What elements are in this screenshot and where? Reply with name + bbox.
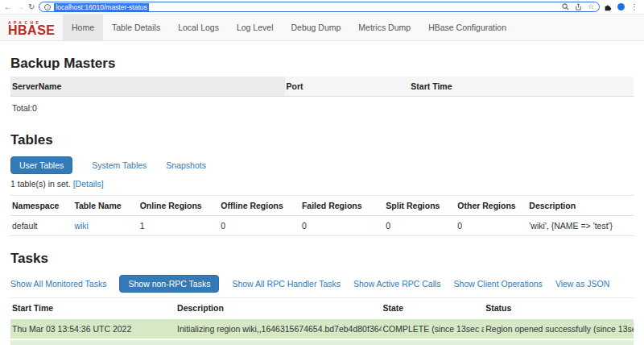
task-description: Initializing region wiki,,1646315674654.… bbox=[175, 318, 381, 339]
navbar-links: Home Table Details Local Logs Log Level … bbox=[63, 15, 515, 40]
user-tables-table: Namespace Table Name Online Regions Offl… bbox=[10, 195, 634, 236]
ut-cell-offline-regions: 0 bbox=[219, 216, 300, 236]
nav-item-home[interactable]: Home bbox=[63, 15, 103, 40]
tables-tabs: User Tables System Tables Snapshots bbox=[10, 156, 634, 174]
tasks-col-description[interactable]: Description bbox=[175, 298, 381, 319]
search-icon[interactable] bbox=[562, 3, 569, 10]
tab-view-as-json[interactable]: View as JSON bbox=[555, 279, 610, 289]
bookmark-star-icon[interactable]: ☆ bbox=[588, 3, 594, 10]
task-state: COMPLETE (since 14sec ago) bbox=[382, 339, 485, 345]
tab-show-non-rpc-tasks[interactable]: Show non-RPC Tasks bbox=[119, 275, 219, 293]
hbase-navbar: APACHE HBASE Home Table Details Local Lo… bbox=[0, 15, 644, 41]
tasks-title: Tasks bbox=[10, 251, 634, 267]
bm-col-port[interactable]: Port bbox=[285, 77, 410, 97]
nav-item-metrics-dump[interactable]: Metrics Dump bbox=[349, 15, 419, 40]
browser-forward-icon[interactable]: → bbox=[16, 3, 24, 11]
tables-title: Tables bbox=[10, 132, 634, 148]
site-info-icon[interactable]: i bbox=[44, 4, 51, 10]
nav-item-debug-dump[interactable]: Debug Dump bbox=[282, 15, 349, 40]
ut-col-namespace[interactable]: Namespace bbox=[10, 196, 72, 216]
nav-item-table-details[interactable]: Table Details bbox=[103, 15, 169, 40]
tasks-tabs: Show All Monitored Tasks Show non-RPC Ta… bbox=[10, 275, 634, 293]
tasks-col-state[interactable]: State bbox=[382, 298, 485, 319]
ut-col-other-regions[interactable]: Other Regions bbox=[456, 196, 527, 216]
ut-col-split-regions[interactable]: Split Regions bbox=[384, 196, 456, 216]
tab-system-tables[interactable]: System Tables bbox=[92, 160, 147, 170]
browser-chrome: ← → ↻ i localhost:16010/master-status ☆ … bbox=[0, 0, 644, 15]
browser-menu-icon[interactable]: ⋮ bbox=[630, 3, 638, 11]
address-bar[interactable]: i localhost:16010/master-status ☆ bbox=[39, 2, 600, 12]
task-row: Thu Mar 03 13:54:36 UTC 2022 Closing reg… bbox=[10, 339, 634, 345]
task-start-time: Thu Mar 03 13:54:36 UTC 2022 bbox=[10, 339, 175, 345]
tasks-table: Start Time Description State Status Thu … bbox=[10, 297, 634, 345]
ut-cell-online-regions: 1 bbox=[138, 216, 220, 236]
tab-show-client-operations[interactable]: Show Client Operations bbox=[454, 279, 543, 289]
tasks-col-status[interactable]: Status bbox=[484, 298, 634, 319]
task-row: Thu Mar 03 13:54:36 UTC 2022 Initializin… bbox=[10, 318, 634, 339]
ut-cell-description: 'wiki', {NAME => 'test'} bbox=[527, 216, 634, 236]
tables-summary: 1 table(s) in set. [Details] bbox=[10, 179, 634, 189]
task-status: Region opened successfully (since 13sec … bbox=[484, 318, 634, 339]
ut-cell-split-regions: 0 bbox=[384, 216, 456, 236]
ut-col-table-name[interactable]: Table Name bbox=[72, 196, 138, 216]
extensions-puzzle-icon[interactable] bbox=[604, 3, 612, 11]
ut-cell-failed-regions: 0 bbox=[300, 216, 384, 236]
hbase-logo[interactable]: APACHE HBASE bbox=[8, 15, 58, 40]
task-start-time: Thu Mar 03 13:54:36 UTC 2022 bbox=[10, 318, 175, 339]
ut-col-description[interactable]: Description bbox=[527, 196, 634, 216]
bm-col-start-time[interactable]: Start Time bbox=[409, 77, 634, 97]
tab-show-all-monitored-tasks[interactable]: Show All Monitored Tasks bbox=[10, 279, 106, 289]
browser-reload-icon[interactable]: ↻ bbox=[28, 3, 35, 11]
tab-snapshots[interactable]: Snapshots bbox=[166, 160, 206, 170]
bm-col-servername[interactable]: ServerName bbox=[10, 77, 285, 97]
tables-details-link[interactable]: [Details] bbox=[73, 179, 104, 189]
url-text[interactable]: localhost:16010/master-status bbox=[54, 3, 148, 11]
nav-item-hbase-configuration[interactable]: HBase Configuration bbox=[419, 15, 515, 40]
backup-masters-title: Backup Masters bbox=[10, 56, 634, 72]
ut-cell-other-regions: 0 bbox=[456, 216, 527, 236]
nav-item-log-level[interactable]: Log Level bbox=[228, 15, 283, 40]
ut-col-failed-regions[interactable]: Failed Regions bbox=[300, 196, 384, 216]
backup-masters-table: ServerName Port Start Time Total:0 bbox=[10, 77, 634, 118]
tasks-col-start-time[interactable]: Start Time bbox=[10, 298, 175, 319]
task-description: Closing region wiki,,1646315674654.bd7eb… bbox=[175, 339, 381, 345]
logo-hbase-text: HBASE bbox=[8, 24, 58, 35]
tables-summary-text: 1 table(s) in set. bbox=[10, 179, 71, 189]
tab-show-active-rpc-calls[interactable]: Show Active RPC Calls bbox=[353, 279, 441, 289]
task-state: COMPLETE (since 13sec ago) bbox=[382, 318, 485, 339]
ut-col-online-regions[interactable]: Online Regions bbox=[138, 196, 220, 216]
profile-avatar[interactable] bbox=[617, 3, 625, 10]
table-row: default wiki 1 0 0 0 0 'wiki', {NAME => … bbox=[10, 216, 634, 236]
task-status: Closed (since 14sec ago) bbox=[484, 339, 634, 345]
nav-item-local-logs[interactable]: Local Logs bbox=[169, 15, 228, 40]
bm-total: Total:0 bbox=[10, 97, 634, 118]
browser-back-icon[interactable]: ← bbox=[4, 3, 12, 11]
table-link-wiki[interactable]: wiki bbox=[74, 221, 89, 231]
ut-col-offline-regions[interactable]: Offline Regions bbox=[219, 196, 300, 216]
share-icon[interactable] bbox=[575, 3, 582, 10]
ut-cell-namespace: default bbox=[10, 216, 72, 236]
tab-user-tables[interactable]: User Tables bbox=[10, 156, 72, 174]
tab-show-all-rpc-handler-tasks[interactable]: Show All RPC Handler Tasks bbox=[232, 279, 341, 289]
